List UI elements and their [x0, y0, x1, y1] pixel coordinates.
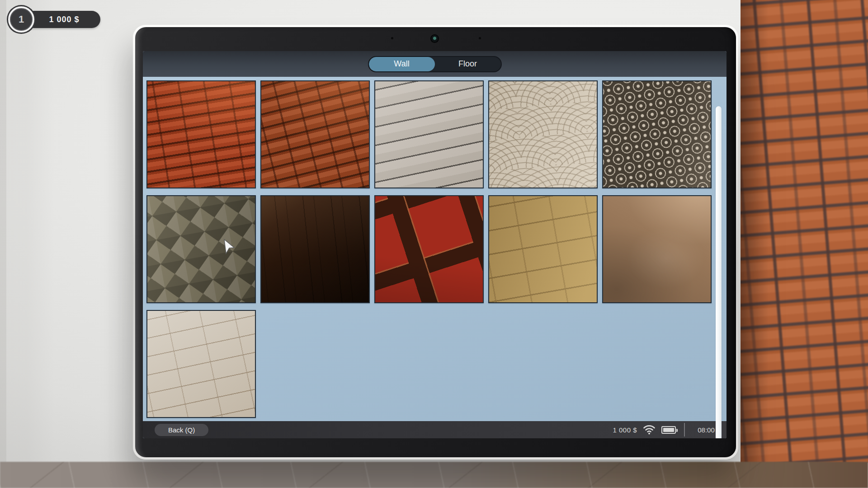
material-grid — [146, 80, 712, 418]
player-hud: 1 000 $ 1 — [5, 4, 108, 35]
scrollbar[interactable] — [716, 106, 722, 438]
material-tile-tan-brick[interactable] — [488, 195, 598, 303]
brick-wall-background — [741, 0, 868, 463]
tab-bar: WallFloor — [143, 51, 726, 77]
material-tile-brown-plaster[interactable] — [602, 195, 712, 303]
tablet-screen: WallFloor Back (Q) 1 000 $ — [143, 51, 726, 438]
sensor-dot-icon — [391, 37, 393, 39]
cream-stone-texture — [146, 310, 256, 418]
material-tile-red-pavers[interactable] — [260, 80, 370, 188]
battery-icon — [661, 426, 676, 434]
hud-money-badge: 1 000 $ — [28, 11, 100, 28]
material-tile-fan-tiles[interactable] — [488, 80, 598, 188]
material-tile-dark-wood[interactable] — [260, 195, 370, 303]
facet-3d-texture — [146, 195, 256, 303]
tablet-device: WallFloor Back (Q) 1 000 $ — [133, 25, 738, 460]
brown-plaster-texture — [602, 195, 712, 303]
material-catalog — [143, 77, 726, 421]
game-viewport: 1 000 $ 1 WallFloor Back (Q) — [0, 0, 868, 488]
back-button[interactable]: Back (Q) — [155, 424, 208, 436]
hud-level-badge: 1 — [8, 6, 34, 33]
tablet-status-bar: Back (Q) 1 000 $ 08:00 — [143, 421, 726, 438]
material-tile-red-panel-door[interactable] — [374, 195, 484, 303]
red-pavers-texture — [260, 80, 370, 188]
tablet-frame: WallFloor Back (Q) 1 000 $ — [135, 27, 736, 457]
tab-floor[interactable]: Floor — [435, 57, 501, 71]
tan-brick-texture — [488, 195, 598, 303]
material-tile-dark-mosaic[interactable] — [602, 80, 712, 188]
camera-icon — [431, 35, 438, 42]
tab-switcher: WallFloor — [368, 56, 502, 72]
status-divider — [684, 423, 685, 436]
brick-texture — [741, 0, 868, 463]
red-brick-texture — [146, 80, 256, 188]
material-tile-white-planks[interactable] — [374, 80, 484, 188]
dark-mosaic-texture — [602, 80, 712, 188]
dark-wood-texture — [260, 195, 370, 303]
white-planks-texture — [374, 80, 484, 188]
hud-level-value: 1 — [19, 14, 24, 25]
material-tile-facet-3d[interactable] — [146, 195, 256, 303]
sensor-dot-icon — [479, 37, 481, 39]
red-panel-door-texture — [374, 195, 484, 303]
material-tile-cream-stone[interactable] — [146, 310, 256, 418]
material-tile-red-brick[interactable] — [146, 80, 256, 188]
floor-background — [0, 462, 868, 488]
status-money: 1 000 $ — [613, 426, 637, 434]
fan-tiles-texture — [488, 80, 598, 188]
wifi-icon — [643, 425, 655, 435]
tab-wall[interactable]: Wall — [369, 57, 435, 71]
status-group: 1 000 $ 08:00 — [613, 423, 719, 436]
hud-money-value: 1 000 $ — [49, 15, 79, 24]
